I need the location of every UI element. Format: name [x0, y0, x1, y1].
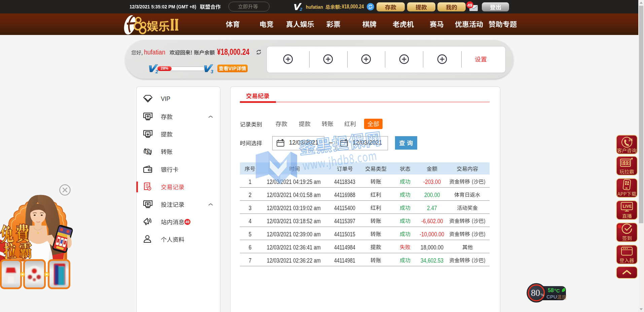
svg-text:LIVE: LIVE — [623, 204, 632, 209]
svg-text:$: $ — [146, 149, 149, 154]
svg-text:24: 24 — [629, 138, 633, 142]
svg-text:7 7 7: 7 7 7 — [622, 161, 629, 165]
